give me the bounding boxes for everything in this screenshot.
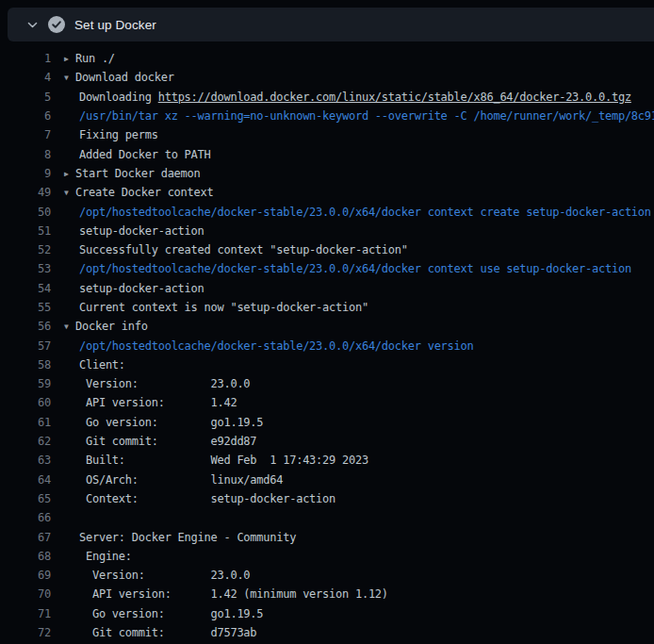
log-row: 60 API version: 1.42 (0, 393, 654, 412)
line-number[interactable]: 51 (15, 224, 51, 238)
group-label: Download docker (75, 71, 174, 84)
log-line: Successfully created context "setup-dock… (51, 243, 654, 256)
log-row: 4▼Download docker (0, 68, 654, 87)
log-row: 6/usr/bin/tar xz --warning=no-unknown-ke… (0, 107, 654, 125)
log-group-toggle[interactable]: ▼Download docker (51, 71, 654, 84)
line-number[interactable]: 7 (15, 128, 51, 141)
line-number[interactable]: 69 (15, 569, 51, 582)
log-line: Go version: go1.19.5 (51, 607, 654, 620)
log-row: 56▼Docker info (0, 317, 654, 336)
log-row: 66 (0, 508, 654, 527)
log-row: 71 Go version: go1.19.5 (0, 604, 654, 623)
log-line: API version: 1.42 (minimum version 1.12) (51, 587, 654, 601)
log-row: 67Server: Docker Engine - Community (0, 527, 654, 546)
line-number[interactable]: 63 (15, 454, 51, 467)
line-number[interactable]: 52 (15, 243, 51, 256)
line-number[interactable]: 58 (15, 358, 51, 372)
group-label: Create Docker context (75, 186, 213, 199)
line-number[interactable]: 55 (15, 301, 51, 314)
line-number[interactable]: 57 (15, 339, 51, 353)
log-line: Built: Wed Feb 1 17:43:29 2023 (51, 454, 654, 467)
log-line: Engine: (51, 550, 654, 563)
line-number[interactable]: 53 (15, 262, 51, 275)
arrow-right-icon[interactable]: ▶ (64, 170, 75, 178)
line-number[interactable]: 70 (15, 587, 51, 601)
line-number[interactable]: 5 (15, 91, 51, 104)
line-number[interactable]: 72 (15, 626, 51, 639)
log-row: 52Successfully created context "setup-do… (0, 240, 654, 259)
line-number[interactable]: 71 (15, 607, 51, 620)
log-group-toggle[interactable]: ▼Create Docker context (51, 186, 654, 199)
log-row: 50/opt/hostedtoolcache/docker-stable/23.… (0, 202, 654, 221)
log-row: 49▼Create Docker context (0, 183, 654, 202)
log-row: 51setup-docker-action (0, 222, 654, 240)
arrow-down-icon[interactable]: ▼ (64, 322, 75, 331)
log-line: Version: 23.0.0 (51, 377, 654, 390)
log-row: 57/opt/hostedtoolcache/docker-stable/23.… (0, 336, 654, 355)
log-line: Server: Docker Engine - Community (51, 531, 654, 544)
log-line: Current context is now "setup-docker-act… (51, 301, 654, 314)
arrow-right-icon[interactable]: ▶ (64, 55, 75, 63)
line-number[interactable]: 68 (15, 550, 51, 563)
log-row: 53/opt/hostedtoolcache/docker-stable/23.… (0, 259, 654, 278)
arrow-down-icon[interactable]: ▼ (64, 74, 75, 82)
check-circle-icon (48, 16, 65, 33)
log-line: /opt/hostedtoolcache/docker-stable/23.0.… (51, 206, 654, 219)
line-number[interactable]: 6 (15, 109, 51, 123)
line-number[interactable]: 49 (15, 186, 51, 199)
log-line: Fixing perms (51, 128, 654, 141)
group-label: Run ./ (75, 52, 115, 65)
log-row: 7Fixing perms (0, 125, 654, 144)
line-number[interactable]: 8 (15, 148, 51, 161)
log-line: /opt/hostedtoolcache/docker-stable/23.0.… (51, 339, 654, 353)
log-row: 72 Git commit: d7573ab (0, 623, 654, 642)
log-line: Context: setup-docker-action (51, 492, 654, 505)
line-number[interactable]: 56 (15, 320, 51, 333)
step-title: Set up Docker (74, 18, 156, 32)
step-header[interactable]: Set up Docker (8, 8, 654, 41)
log-line: Go version: go1.19.5 (51, 416, 654, 429)
log-row: 54setup-docker-action (0, 279, 654, 298)
line-number[interactable]: 1 (15, 52, 51, 65)
group-label: Docker info (75, 320, 148, 333)
log-row: 5Downloading https://download.docker.com… (0, 88, 654, 107)
log-line: setup-docker-action (51, 282, 654, 295)
log-link[interactable]: https://download.docker.com/linux/static… (158, 91, 631, 104)
line-number[interactable]: 9 (15, 167, 51, 180)
log-line-prefix: Downloading (79, 91, 158, 104)
log-row: 63 Built: Wed Feb 1 17:43:29 2023 (0, 451, 654, 470)
log-row: 65 Context: setup-docker-action (0, 489, 654, 508)
group-label: Start Docker daemon (75, 167, 201, 180)
line-number[interactable]: 64 (15, 473, 51, 487)
line-number[interactable]: 54 (15, 282, 51, 295)
log-row: 64 OS/Arch: linux/amd64 (0, 471, 654, 489)
log-row: 1▶Run ./ (0, 49, 654, 68)
line-number[interactable]: 4 (15, 71, 51, 84)
line-number[interactable]: 61 (15, 416, 51, 429)
log-line: Added Docker to PATH (51, 148, 654, 161)
line-number[interactable]: 50 (15, 206, 51, 219)
log-row: 69 Version: 23.0.0 (0, 566, 654, 585)
log-group-toggle[interactable]: ▶Run ./ (51, 52, 654, 65)
line-number[interactable]: 65 (15, 492, 51, 505)
chevron-down-icon[interactable] (25, 18, 39, 31)
line-number[interactable]: 62 (15, 435, 51, 448)
line-number[interactable]: 66 (15, 511, 51, 524)
log-line: API version: 1.42 (51, 396, 654, 409)
log-rows: 1▶Run ./4▼Download docker5Downloading ht… (0, 41, 654, 642)
log-line: OS/Arch: linux/amd64 (51, 473, 654, 487)
log-line: Client: (51, 358, 654, 372)
log-row: 58Client: (0, 355, 654, 374)
log-line: Downloading https://download.docker.com/… (51, 91, 654, 104)
log-row: 61 Go version: go1.19.5 (0, 413, 654, 432)
log-group-toggle[interactable]: ▼Docker info (51, 320, 654, 333)
log-line: Version: 23.0.0 (51, 569, 654, 582)
line-number[interactable]: 59 (15, 377, 51, 390)
log-row: 9▶Start Docker daemon (0, 164, 654, 183)
log-row: 55Current context is now "setup-docker-a… (0, 298, 654, 317)
log-group-toggle[interactable]: ▶Start Docker daemon (51, 167, 654, 180)
line-number[interactable]: 67 (15, 531, 51, 544)
log-line: /usr/bin/tar xz --warning=no-unknown-key… (51, 109, 654, 123)
line-number[interactable]: 60 (15, 396, 51, 409)
arrow-down-icon[interactable]: ▼ (64, 189, 75, 197)
